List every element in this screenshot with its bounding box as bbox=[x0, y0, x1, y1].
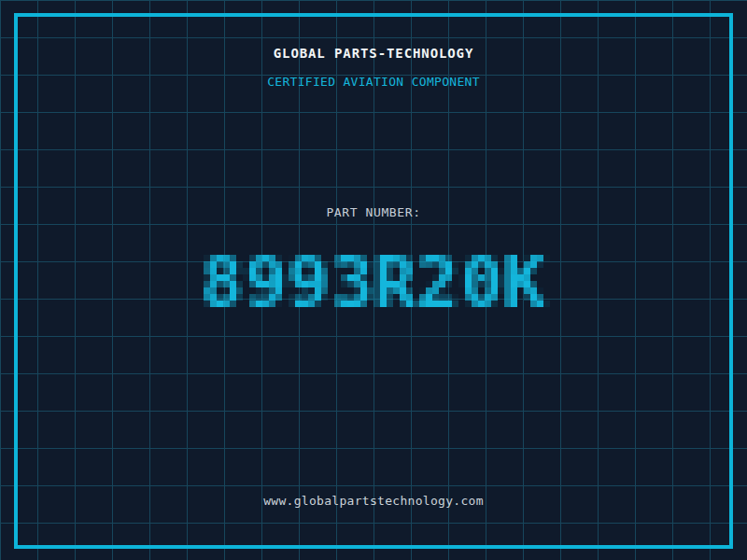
blueprint-screen: GLOBAL PARTS-TECHNOLOGY CERTIFIED AVIATI… bbox=[0, 0, 747, 560]
part-number-label: PART NUMBER: bbox=[0, 205, 747, 219]
part-number-display bbox=[171, 229, 576, 333]
website-url: www.globalpartstechnology.com bbox=[0, 494, 747, 508]
company-title: GLOBAL PARTS-TECHNOLOGY bbox=[0, 46, 747, 61]
certification-subtitle: CERTIFIED AVIATION COMPONENT bbox=[0, 75, 747, 89]
